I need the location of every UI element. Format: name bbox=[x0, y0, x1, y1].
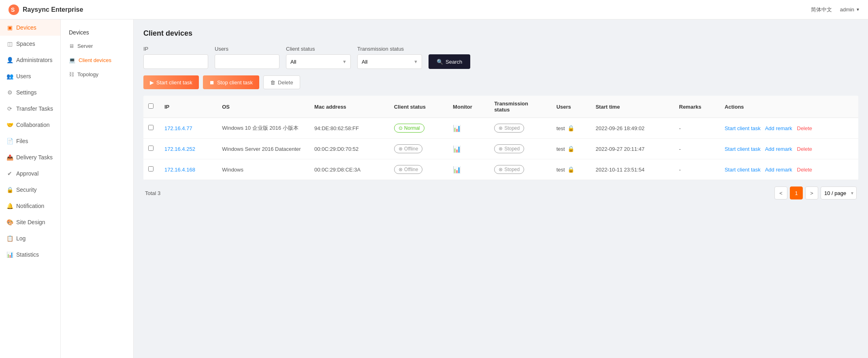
ip-label: IP bbox=[143, 46, 208, 52]
collaboration-icon: 🤝 bbox=[6, 122, 13, 128]
sidebar-item-label: Security bbox=[16, 187, 37, 193]
next-page-button[interactable]: > bbox=[805, 187, 818, 199]
stoped-icon: ⊗ bbox=[499, 125, 503, 131]
sidebar-item-collaboration[interactable]: 🤝 Collaboration bbox=[0, 117, 60, 133]
monitor-chart-icon[interactable]: 📊 bbox=[453, 166, 461, 173]
mac-header: Mac address bbox=[309, 96, 389, 118]
transfer-icon: ⟳ bbox=[6, 105, 13, 112]
start-client-task-link[interactable]: Start client task bbox=[725, 167, 761, 173]
filter-bar: IP Users Client status All Normal Offlin… bbox=[143, 46, 858, 69]
sidebar-item-administrators[interactable]: 👤 Administrators bbox=[0, 52, 60, 68]
users-cell: test🔒 bbox=[552, 159, 591, 180]
transmission-status-select[interactable]: All Stoped Running bbox=[357, 54, 422, 69]
table-row: 172.16.4.168Windows00:0C:29:D8:CE:3A ⊗ O… bbox=[143, 159, 858, 180]
client-status-badge: ⊙ Normal bbox=[394, 124, 424, 133]
delete-row-link[interactable]: Delete bbox=[797, 125, 813, 131]
sub-sidebar-label: Server bbox=[77, 43, 93, 49]
sidebar-item-label: Notification bbox=[16, 203, 44, 209]
lock-icon: 🔒 bbox=[567, 125, 574, 131]
monitor-chart-icon[interactable]: 📊 bbox=[453, 146, 461, 152]
sidebar-item-log[interactable]: 📋 Log bbox=[0, 230, 60, 247]
monitor-chart-icon[interactable]: 📊 bbox=[453, 125, 461, 132]
start-client-task-button[interactable]: ▶ Start client task bbox=[143, 75, 199, 89]
status-icon: ⊗ bbox=[399, 146, 403, 152]
start-time-cell: 2022-09-26 18:49:02 bbox=[591, 118, 674, 139]
header-right: 简体中文 admin ▼ bbox=[811, 6, 860, 13]
page-1-button[interactable]: 1 bbox=[790, 187, 803, 199]
sidebar-item-notification[interactable]: 🔔 Notification bbox=[0, 198, 60, 214]
sidebar-item-delivery-tasks[interactable]: 📤 Delivery Tasks bbox=[0, 149, 60, 165]
remarks-cell: - bbox=[674, 118, 720, 139]
delete-row-link[interactable]: Delete bbox=[797, 146, 813, 152]
app-body: ▣ Devices ◫ Spaces 👤 Administrators 👥 Us… bbox=[0, 19, 868, 358]
ip-cell: 172.16.4.252 bbox=[160, 139, 217, 159]
client-status-label: Client status bbox=[286, 46, 351, 52]
chevron-left-icon: < bbox=[779, 190, 783, 196]
security-icon: 🔒 bbox=[6, 187, 13, 193]
page-size-select[interactable]: 10 / page 20 / page 50 / page bbox=[821, 187, 857, 199]
users-input[interactable] bbox=[215, 54, 279, 69]
transmission-status-cell: ⊗ Stoped bbox=[489, 159, 552, 180]
delete-row-link[interactable]: Delete bbox=[797, 167, 813, 173]
transmission-status-header: Transmissionstatus bbox=[489, 96, 552, 118]
row-checkbox-1[interactable] bbox=[148, 146, 154, 151]
play-icon: ▶ bbox=[150, 79, 154, 86]
sub-sidebar-item-server[interactable]: 🖥 Server bbox=[61, 39, 133, 53]
ip-input[interactable] bbox=[143, 54, 208, 69]
add-remark-link[interactable]: Add remark bbox=[765, 167, 792, 173]
sidebar-item-label: Site Design bbox=[16, 219, 45, 225]
chevron-right-icon: > bbox=[810, 190, 813, 196]
prev-page-button[interactable]: < bbox=[774, 187, 787, 199]
delete-button[interactable]: 🗑 Delete bbox=[263, 75, 300, 89]
start-client-task-link[interactable]: Start client task bbox=[725, 125, 761, 131]
language-selector[interactable]: 简体中文 bbox=[811, 6, 832, 13]
search-button[interactable]: 🔍 Search bbox=[429, 54, 470, 69]
table-row: 172.16.4.252Windows Server 2016 Datacent… bbox=[143, 139, 858, 159]
transmission-status-filter-group: Transmission status All Stoped Running ▼ bbox=[357, 46, 422, 69]
topology-icon: ⛓ bbox=[69, 71, 74, 77]
username: test bbox=[557, 167, 565, 173]
users-label: Users bbox=[215, 46, 279, 52]
actions-cell: Start client task Add remark Delete bbox=[720, 159, 858, 180]
transmission-status-badge: ⊗ Stoped bbox=[494, 165, 524, 174]
user-dropdown[interactable]: admin ▼ bbox=[840, 6, 860, 13]
row-checkbox-2[interactable] bbox=[148, 166, 154, 171]
users-filter-group: Users bbox=[215, 46, 279, 69]
monitor-header: Monitor bbox=[448, 96, 489, 118]
mac-cell: 00:0C:29:D0:70:52 bbox=[309, 139, 389, 159]
sidebar-item-label: Statistics bbox=[16, 251, 39, 258]
sidebar-item-users[interactable]: 👥 Users bbox=[0, 68, 60, 84]
sidebar-item-devices[interactable]: ▣ Devices bbox=[0, 19, 60, 36]
start-time-header: Start time bbox=[591, 96, 674, 118]
sidebar-item-files[interactable]: 📄 Files bbox=[0, 133, 60, 149]
row-checkbox-0[interactable] bbox=[148, 125, 154, 130]
top-header: S Raysync Enterprise 简体中文 admin ▼ bbox=[0, 0, 868, 19]
remarks-header: Remarks bbox=[674, 96, 720, 118]
select-all-checkbox[interactable] bbox=[148, 103, 154, 109]
sidebar-item-label: Administrators bbox=[16, 57, 52, 63]
sidebar: ▣ Devices ◫ Spaces 👤 Administrators 👥 Us… bbox=[0, 19, 61, 358]
start-client-task-link[interactable]: Start client task bbox=[725, 146, 761, 152]
sub-sidebar-item-topology[interactable]: ⛓ Topology bbox=[61, 67, 133, 81]
sidebar-item-security[interactable]: 🔒 Security bbox=[0, 182, 60, 198]
add-remark-link[interactable]: Add remark bbox=[765, 125, 792, 131]
sidebar-item-transfer-tasks[interactable]: ⟳ Transfer Tasks bbox=[0, 101, 60, 117]
client-status-select[interactable]: All Normal Offline bbox=[286, 54, 351, 69]
client-status-badge: ⊗ Offline bbox=[394, 165, 422, 174]
sidebar-item-settings[interactable]: ⚙ Settings bbox=[0, 84, 60, 101]
sidebar-item-approval[interactable]: ✔ Approval bbox=[0, 165, 60, 182]
administrators-icon: 👤 bbox=[6, 57, 13, 63]
sidebar-item-site-design[interactable]: 🎨 Site Design bbox=[0, 214, 60, 230]
page-size-wrapper: 10 / page 20 / page 50 / page ▼ bbox=[821, 187, 857, 199]
sidebar-item-spaces[interactable]: ◫ Spaces bbox=[0, 36, 60, 52]
transmission-status-cell: ⊗ Stoped bbox=[489, 118, 552, 139]
start-time-cell: 2022-10-11 23:51:54 bbox=[591, 159, 674, 180]
sidebar-item-statistics[interactable]: 📊 Statistics bbox=[0, 247, 60, 263]
checkbox-header bbox=[143, 96, 160, 118]
transmission-status-select-wrapper: All Stoped Running ▼ bbox=[357, 54, 422, 69]
sidebar-item-label: Settings bbox=[16, 89, 37, 96]
add-remark-link[interactable]: Add remark bbox=[765, 146, 792, 152]
sub-sidebar-item-client-devices[interactable]: 💻 Client devices bbox=[61, 53, 133, 67]
stop-client-task-button[interactable]: ⏹ Stop client task bbox=[203, 75, 259, 89]
search-label: Search bbox=[446, 59, 462, 65]
